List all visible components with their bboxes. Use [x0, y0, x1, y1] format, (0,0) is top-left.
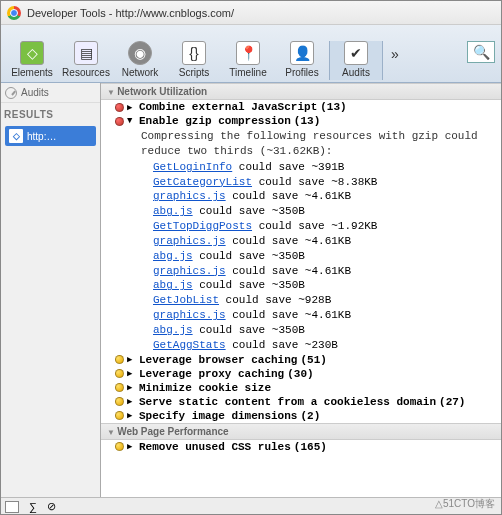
- sidebar-results-title: RESULTS: [1, 103, 100, 124]
- dock-button[interactable]: [5, 501, 19, 513]
- resource-link[interactable]: abg.js: [153, 250, 193, 262]
- resource-link[interactable]: graphics.js: [153, 235, 226, 247]
- watermark: △51CTO博客: [435, 497, 495, 511]
- resource-link[interactable]: abg.js: [153, 205, 193, 217]
- severity-dot-icon: [115, 117, 124, 126]
- chevron-right-icon: ▶: [127, 396, 136, 407]
- severity-dot-icon: [115, 411, 124, 420]
- resource-link[interactable]: GetJobList: [153, 294, 219, 306]
- audits-icon: ✔: [344, 41, 368, 65]
- rule-image-dimensions[interactable]: ▶Specify image dimensions (2): [101, 409, 501, 423]
- resource-line: graphics.js could save ~4.61KB: [101, 264, 501, 279]
- resource-link[interactable]: GetTopDiggPosts: [153, 220, 252, 232]
- profiles-icon: 👤: [290, 41, 314, 65]
- resource-link[interactable]: abg.js: [153, 324, 193, 336]
- window-titlebar: Developer Tools - http://www.cnblogs.com…: [1, 1, 501, 25]
- resources-icon: ▤: [74, 41, 98, 65]
- search-icon: 🔍: [473, 44, 490, 60]
- severity-dot-icon: [115, 442, 124, 451]
- severity-dot-icon: [115, 355, 124, 364]
- audit-results-panel: Network Utilization ▶Combine external Ja…: [101, 83, 501, 497]
- sidebar: Audits RESULTS ◇http:…: [1, 83, 101, 497]
- elements-icon: ◇: [20, 41, 44, 65]
- resource-line: GetLoginInfo could save ~391B: [101, 160, 501, 175]
- tab-scripts[interactable]: {}Scripts: [167, 41, 221, 80]
- rule-combine-js[interactable]: ▶Combine external JavaScript (13): [101, 100, 501, 114]
- section-network-utilization[interactable]: Network Utilization: [101, 83, 501, 100]
- section-web-page-performance[interactable]: Web Page Performance: [101, 423, 501, 440]
- resource-link[interactable]: graphics.js: [153, 309, 226, 321]
- resource-line: abg.js could save ~350B: [101, 278, 501, 293]
- resource-link[interactable]: GetLoginInfo: [153, 161, 232, 173]
- chevron-right-icon: ▶: [127, 102, 136, 113]
- resource-line: graphics.js could save ~4.61KB: [101, 234, 501, 249]
- tab-audits[interactable]: ✔Audits: [329, 41, 383, 80]
- chevron-right-icon: ▶: [127, 368, 136, 379]
- chevron-right-icon: ▶: [127, 410, 136, 421]
- resource-line: GetTopDiggPosts could save ~1.92KB: [101, 219, 501, 234]
- tab-network[interactable]: ◉Network: [113, 41, 167, 80]
- clear-button[interactable]: ⊘: [47, 500, 56, 513]
- gauge-icon: [5, 87, 17, 99]
- rule-cookie-size[interactable]: ▶Minimize cookie size: [101, 381, 501, 395]
- chevron-right-icon: ▶: [127, 441, 136, 452]
- rule-unused-css[interactable]: ▶Remove unused CSS rules (165): [101, 440, 501, 454]
- resource-link[interactable]: abg.js: [153, 279, 193, 291]
- rule-cookieless-domain[interactable]: ▶Serve static content from a cookieless …: [101, 395, 501, 409]
- search-button[interactable]: 🔍: [467, 41, 495, 63]
- sidebar-result-item[interactable]: ◇http:…: [5, 126, 96, 146]
- severity-dot-icon: [115, 397, 124, 406]
- console-button[interactable]: ∑: [29, 501, 37, 513]
- result-icon: ◇: [9, 129, 23, 143]
- timeline-icon: 📍: [236, 41, 260, 65]
- resource-line: GetJobList could save ~928B: [101, 293, 501, 308]
- tab-profiles[interactable]: 👤Profiles: [275, 41, 329, 80]
- resource-line: graphics.js could save ~4.61KB: [101, 189, 501, 204]
- tab-elements[interactable]: ◇Elements: [5, 41, 59, 80]
- severity-dot-icon: [115, 369, 124, 378]
- resource-line: abg.js could save ~350B: [101, 249, 501, 264]
- rule-browser-caching[interactable]: ▶Leverage browser caching (51): [101, 353, 501, 367]
- resource-line: GetAggStats could save ~230B: [101, 338, 501, 353]
- resource-link[interactable]: graphics.js: [153, 265, 226, 277]
- chrome-icon: [7, 6, 21, 20]
- resource-line: abg.js could save ~350B: [101, 204, 501, 219]
- window-title: Developer Tools - http://www.cnblogs.com…: [27, 7, 234, 19]
- main-toolbar: ◇Elements ▤Resources ◉Network {}Scripts …: [1, 25, 501, 83]
- rule-gzip[interactable]: ▼Enable gzip compression (13): [101, 114, 501, 128]
- severity-dot-icon: [115, 103, 124, 112]
- resource-line: abg.js could save ~350B: [101, 323, 501, 338]
- sidebar-audits-header[interactable]: Audits: [1, 83, 100, 103]
- severity-dot-icon: [115, 383, 124, 392]
- network-icon: ◉: [128, 41, 152, 65]
- tab-timeline[interactable]: 📍Timeline: [221, 41, 275, 80]
- resource-link[interactable]: graphics.js: [153, 190, 226, 202]
- resource-line: GetCategoryList could save ~8.38KB: [101, 175, 501, 190]
- chevron-down-icon: ▼: [127, 116, 136, 126]
- rule-gzip-description: Compressing the following resources with…: [101, 128, 501, 160]
- chevron-right-icon: ▶: [127, 354, 136, 365]
- overflow-button[interactable]: »: [391, 46, 399, 62]
- resource-link[interactable]: GetAggStats: [153, 339, 226, 351]
- resource-link[interactable]: GetCategoryList: [153, 176, 252, 188]
- chevron-right-icon: ▶: [127, 382, 136, 393]
- scripts-icon: {}: [182, 41, 206, 65]
- resource-line: graphics.js could save ~4.61KB: [101, 308, 501, 323]
- status-bar: ∑ ⊘: [1, 497, 501, 515]
- rule-proxy-caching[interactable]: ▶Leverage proxy caching (30): [101, 367, 501, 381]
- tab-resources[interactable]: ▤Resources: [59, 41, 113, 80]
